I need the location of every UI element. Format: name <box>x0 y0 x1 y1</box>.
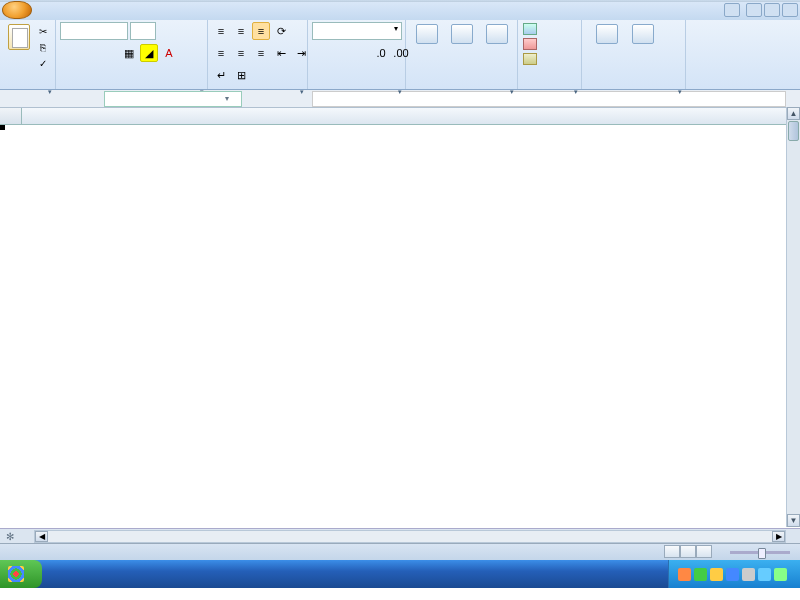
active-cell-cursor <box>0 125 4 129</box>
new-sheet-icon[interactable]: ✻ <box>6 531 14 542</box>
ribbon: ✂ ⎘ ✓ ▦ ◢ A <box>0 20 800 90</box>
tray-icon[interactable] <box>726 568 739 581</box>
vertical-scrollbar[interactable]: ▲ ▼ <box>786 107 800 527</box>
border-button[interactable]: ▦ <box>120 44 138 62</box>
scroll-thumb[interactable] <box>788 121 799 141</box>
scroll-up-arrow[interactable]: ▲ <box>787 107 800 120</box>
system-tray[interactable] <box>668 560 800 588</box>
help-icon[interactable] <box>724 3 740 17</box>
font-name-input[interactable] <box>60 22 128 40</box>
delete-cells-button[interactable] <box>522 37 540 51</box>
conditional-formatting-button[interactable] <box>410 22 443 46</box>
scroll-down-arrow[interactable]: ▼ <box>787 514 800 527</box>
select-all-corner[interactable] <box>0 108 22 124</box>
fill-button[interactable] <box>586 25 588 27</box>
tray-icon[interactable] <box>774 568 787 581</box>
group-label-editing <box>582 87 685 89</box>
group-label-number <box>308 87 405 89</box>
comma-button[interactable] <box>352 44 370 62</box>
group-label-alignment <box>208 87 307 89</box>
taskbar <box>0 560 800 588</box>
group-label-font <box>56 87 207 89</box>
cell-styles-button[interactable] <box>480 22 513 46</box>
clear-button[interactable] <box>586 28 588 30</box>
find-select-button[interactable] <box>626 22 660 46</box>
percent-button[interactable] <box>332 44 350 62</box>
tray-icon[interactable] <box>758 568 771 581</box>
wrap-text-button[interactable]: ↵ <box>212 66 230 84</box>
grow-font-button[interactable] <box>158 22 176 40</box>
align-top-button[interactable]: ≡ <box>212 22 230 40</box>
cut-icon[interactable]: ✂ <box>35 24 51 38</box>
formula-bar[interactable] <box>312 91 786 107</box>
group-label-cells <box>518 87 581 89</box>
align-bottom-button[interactable]: ≡ <box>252 22 270 40</box>
restore-button[interactable] <box>764 3 780 17</box>
office-button[interactable] <box>2 1 32 19</box>
minimize-button[interactable] <box>746 3 762 17</box>
insert-cells-button[interactable] <box>522 22 540 36</box>
tray-icon[interactable] <box>742 568 755 581</box>
paste-button[interactable] <box>4 22 33 50</box>
horizontal-scrollbar[interactable]: ◀ ▶ <box>34 530 786 543</box>
decrease-indent-button[interactable]: ⇤ <box>272 44 290 62</box>
ribbon-tabs <box>0 2 800 20</box>
underline-button[interactable] <box>100 44 118 62</box>
scroll-left-arrow[interactable]: ◀ <box>35 531 48 542</box>
align-right-button[interactable]: ≡ <box>252 44 270 62</box>
font-size-input[interactable] <box>130 22 156 40</box>
tray-icon[interactable] <box>678 568 691 581</box>
scroll-right-arrow[interactable]: ▶ <box>772 531 785 542</box>
merge-button[interactable]: ⊞ <box>232 66 250 84</box>
format-as-table-button[interactable] <box>445 22 478 46</box>
align-center-button[interactable]: ≡ <box>232 44 250 62</box>
group-label-styles <box>406 87 517 89</box>
close-button[interactable] <box>782 3 798 17</box>
increase-decimal-button[interactable]: .0 <box>372 44 390 62</box>
name-box[interactable] <box>104 91 242 107</box>
sort-filter-button[interactable] <box>590 22 624 46</box>
paste-icon <box>8 24 30 50</box>
zoom-slider[interactable] <box>730 551 790 554</box>
group-label-clipboard <box>0 87 55 89</box>
tray-icon[interactable] <box>710 568 723 581</box>
align-left-button[interactable]: ≡ <box>212 44 230 62</box>
currency-button[interactable] <box>312 44 330 62</box>
italic-button[interactable] <box>80 44 98 62</box>
format-cells-button[interactable] <box>522 52 540 66</box>
copy-icon[interactable]: ⎘ <box>35 40 51 54</box>
fill-color-button[interactable]: ◢ <box>140 44 158 62</box>
format-painter-icon[interactable]: ✓ <box>35 56 51 70</box>
bold-button[interactable] <box>60 44 78 62</box>
tray-icon[interactable] <box>694 568 707 581</box>
shrink-font-button[interactable] <box>178 22 196 40</box>
align-middle-button[interactable]: ≡ <box>232 22 250 40</box>
view-buttons[interactable] <box>664 545 712 560</box>
autosum-button[interactable] <box>586 22 588 24</box>
start-button[interactable] <box>0 560 42 588</box>
orientation-button[interactable]: ⟳ <box>272 22 290 40</box>
font-color-button[interactable]: A <box>160 44 178 62</box>
number-format-select[interactable] <box>312 22 402 40</box>
